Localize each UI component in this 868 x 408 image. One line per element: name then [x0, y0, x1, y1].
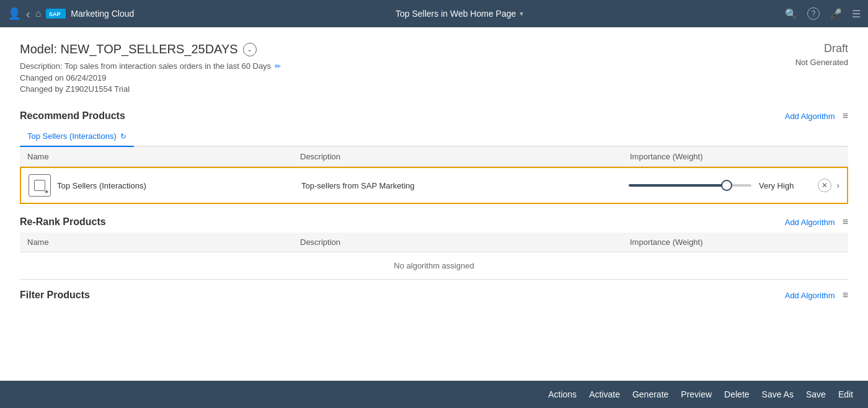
model-options-icon[interactable]: ⌄: [243, 43, 257, 56]
model-title-group: Model: NEW_TOP_SELLERS_25DAYS ⌄: [20, 42, 257, 56]
save-as-button[interactable]: Save As: [762, 389, 794, 399]
rerank-empty-message: No algorithm assigned: [394, 261, 474, 270]
filter-section-header: Filter Products Add Algorithm ≡: [20, 290, 848, 301]
col-importance: Importance (Weight): [630, 152, 804, 161]
voice-icon[interactable]: 🎤: [830, 8, 842, 20]
rerank-section-header: Re-Rank Products Add Algorithm ≡: [20, 216, 848, 228]
rerank-col-actions: [804, 237, 841, 247]
add-algorithm-rerank-link[interactable]: Add Algorithm: [785, 218, 835, 227]
save-button[interactable]: Save: [806, 389, 826, 399]
rerank-table-header: Name Description Importance (Weight): [20, 233, 848, 252]
rerank-col-name: Name: [27, 237, 300, 247]
recommend-menu-icon[interactable]: ≡: [843, 110, 848, 122]
model-description: Description: Top sales from interaction …: [20, 61, 281, 71]
rerank-title: Re-Rank Products: [20, 216, 106, 228]
main-content: Model: NEW_TOP_SELLERS_25DAYS ⌄ Descript…: [0, 27, 868, 321]
col-name: Name: [27, 152, 300, 161]
algo-icon-star: ★: [44, 188, 49, 195]
row-desc-text: Top-sellers from SAP Marketing: [301, 181, 415, 190]
row-importance-cell: Very High: [629, 181, 802, 190]
sap-logo: SAP: [46, 9, 66, 19]
edit-description-icon[interactable]: ✏: [275, 62, 281, 71]
description-text: Description: Top sales from interaction …: [20, 61, 271, 71]
svg-text:SAP: SAP: [49, 11, 61, 17]
rerank-col-importance: Importance (Weight): [630, 237, 804, 247]
header-left: 👤 ‹ ⌂ SAP Marketing Cloud: [7, 7, 134, 21]
rerank-empty-row: No algorithm assigned: [20, 252, 848, 280]
filter-products-section: Filter Products Add Algorithm ≡: [20, 290, 848, 301]
model-header: Model: NEW_TOP_SELLERS_25DAYS ⌄: [20, 42, 281, 56]
remove-row-button[interactable]: ✕: [818, 179, 831, 192]
recommend-tab-bar: Top Sellers (Interactions) ↻: [20, 126, 848, 147]
chevron-down-icon[interactable]: ▾: [520, 9, 523, 18]
row-description: Top-sellers from SAP Marketing: [301, 180, 629, 190]
tab-top-sellers-interactions[interactable]: Top Sellers (Interactions) ↻: [20, 126, 134, 147]
importance-slider-fill: [629, 184, 727, 187]
recommend-title: Recommend Products: [20, 110, 125, 122]
home-icon[interactable]: ⌂: [35, 8, 42, 19]
app-name: Marketing Cloud: [71, 9, 134, 19]
importance-label: Very High: [759, 181, 802, 190]
activate-button[interactable]: Activate: [589, 389, 620, 399]
user-icon[interactable]: 👤: [7, 7, 21, 20]
importance-slider-thumb[interactable]: [721, 180, 732, 191]
row-detail-icon[interactable]: ›: [836, 180, 839, 190]
recommend-products-section: Recommend Products Add Algorithm ≡ Top S…: [20, 110, 848, 204]
changed-by: Changed by Z1902U1554 Trial: [20, 84, 281, 94]
header-right: 🔍 ? 🎤 ☰: [785, 7, 861, 20]
rerank-actions: Add Algorithm ≡: [785, 216, 848, 228]
add-algorithm-filter-link[interactable]: Add Algorithm: [785, 291, 835, 300]
table-row[interactable]: ★ Top Sellers (Interactions) Top-sellers…: [20, 167, 848, 204]
col-description: Description: [300, 152, 630, 161]
filter-menu-icon[interactable]: ≡: [843, 290, 848, 301]
recommend-table-header: Name Description Importance (Weight): [20, 147, 848, 167]
generation-status: Not Generated: [795, 58, 848, 67]
edit-button[interactable]: Edit: [838, 389, 853, 399]
col-actions: [804, 152, 841, 161]
model-title-text: Model: NEW_TOP_SELLERS_25DAYS: [20, 42, 238, 56]
recommend-section-header: Recommend Products Add Algorithm ≡: [20, 110, 848, 122]
changed-on: Changed on 06/24/2019: [20, 73, 281, 82]
filter-title: Filter Products: [20, 290, 90, 301]
back-icon[interactable]: ‹: [26, 7, 30, 21]
tab-refresh-icon[interactable]: ↻: [120, 132, 126, 141]
recommend-actions: Add Algorithm ≡: [785, 110, 848, 122]
rerank-col-description: Description: [300, 237, 630, 247]
model-info-right: Draft Not Generated: [795, 42, 848, 67]
algorithm-icon: ★: [29, 174, 51, 197]
add-algorithm-recommend-link[interactable]: Add Algorithm: [785, 112, 835, 121]
importance-slider-track[interactable]: [629, 184, 751, 187]
draft-status: Draft: [795, 42, 848, 55]
rerank-menu-icon[interactable]: ≡: [843, 216, 848, 228]
tab-label: Top Sellers (Interactions): [27, 131, 117, 141]
actions-button[interactable]: Actions: [548, 389, 577, 399]
filter-actions: Add Algorithm ≡: [785, 290, 848, 301]
row-actions: ✕ ›: [802, 179, 839, 192]
model-info-section: Model: NEW_TOP_SELLERS_25DAYS ⌄ Descript…: [20, 42, 848, 95]
page-title: Top Sellers in Web Home Page: [396, 9, 516, 19]
rerank-products-section: Re-Rank Products Add Algorithm ≡ Name De…: [20, 216, 848, 280]
row-name-cell: ★ Top Sellers (Interactions): [29, 174, 301, 197]
delete-button[interactable]: Delete: [724, 389, 749, 399]
menu-icon[interactable]: ☰: [852, 8, 861, 20]
app-header: 👤 ‹ ⌂ SAP Marketing Cloud Top Sellers in…: [0, 0, 868, 27]
model-info-left: Model: NEW_TOP_SELLERS_25DAYS ⌄ Descript…: [20, 42, 281, 95]
header-title-area: Top Sellers in Web Home Page ▾: [396, 9, 523, 19]
row-name: Top Sellers (Interactions): [57, 181, 146, 190]
generate-button[interactable]: Generate: [632, 389, 668, 399]
search-icon[interactable]: 🔍: [785, 8, 797, 20]
bottom-toolbar: Actions Activate Generate Preview Delete…: [0, 381, 868, 408]
help-icon[interactable]: ?: [807, 7, 820, 20]
preview-button[interactable]: Preview: [681, 389, 712, 399]
